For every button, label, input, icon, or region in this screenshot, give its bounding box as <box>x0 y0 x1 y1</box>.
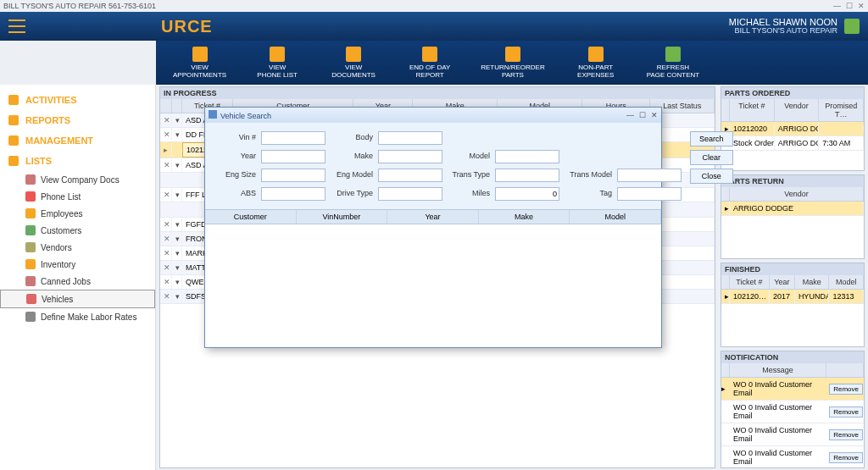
sidebar: ACTIVITIES REPORTS MANAGEMENT LISTS View… <box>0 85 156 470</box>
modal-close-icon[interactable]: ✕ <box>651 111 658 119</box>
modal-grid-body[interactable] <box>205 224 661 347</box>
nav-activities[interactable]: ACTIVITIES <box>0 90 155 110</box>
table-row[interactable]: ▸ARRIGO DODGE <box>721 202 864 216</box>
transmodel-label: Trans Model <box>565 169 612 182</box>
table-row[interactable]: ▸10212020ARRIGO DOD… <box>721 122 864 136</box>
menu-icon[interactable] <box>8 19 25 33</box>
abs-label: ABS <box>214 187 256 201</box>
body-input[interactable] <box>378 131 442 145</box>
finished-title: FINISHED <box>721 263 864 275</box>
sidebar-item-labor-rates[interactable]: Define Make Labor Rates <box>0 308 155 325</box>
vendors-icon <box>25 242 36 252</box>
year-input[interactable] <box>261 150 326 163</box>
sidebar-item-customers[interactable]: Customers <box>0 222 155 239</box>
nav-lists[interactable]: LISTS <box>0 151 155 171</box>
modal-icon <box>209 110 217 119</box>
clear-button[interactable]: Clear <box>690 150 733 165</box>
view-phone-list-button[interactable]: VIEW PHONE LIST <box>252 44 303 81</box>
remove-button[interactable]: Remove <box>829 429 863 440</box>
modal-minimize-icon[interactable]: — <box>626 111 634 119</box>
make-label: Make <box>331 150 373 163</box>
nav-reports[interactable]: REPORTS <box>0 110 155 130</box>
transtype-label: Trans Type <box>448 169 490 182</box>
table-row[interactable]: ▸102120…2017HYUNDAI12313 <box>721 290 864 304</box>
modal-maximize-icon[interactable]: ☐ <box>639 111 646 119</box>
sidebar-item-inventory[interactable]: Inventory <box>0 256 155 273</box>
maximize-icon[interactable]: ☐ <box>846 2 853 10</box>
vehicles-icon <box>26 294 36 304</box>
notification-row[interactable]: WO 0 Invalid Customer EmailRemove <box>721 446 864 467</box>
drivetype-input[interactable] <box>378 187 442 201</box>
minimize-icon[interactable]: — <box>833 2 841 10</box>
sidebar-item-vehicles[interactable]: Vehicles <box>0 290 155 308</box>
transtype-input[interactable] <box>495 169 559 182</box>
miles-label: Miles <box>448 187 490 201</box>
nav-management[interactable]: MANAGEMENT <box>0 130 155 151</box>
view-documents-button[interactable]: VIEW DOCUMENTS <box>328 44 379 81</box>
vehicle-search-modal: Vehicle Search — ☐ ✕ Vin # Body Year <box>204 107 662 348</box>
user-icon[interactable] <box>844 19 860 34</box>
modal-titlebar[interactable]: Vehicle Search — ☐ ✕ <box>205 108 661 123</box>
doc-icon <box>25 174 36 185</box>
notification-title: NOTIFICATION <box>721 351 864 363</box>
refresh-page-button[interactable]: REFRESH PAGE CONTENT <box>647 44 700 81</box>
sidebar-item-vendors[interactable]: Vendors <box>0 239 155 256</box>
lists-icon <box>8 156 19 166</box>
view-appointments-button[interactable]: VIEW APPOINTMENTS <box>173 44 226 81</box>
sidebar-item-canned-jobs[interactable]: Canned Jobs <box>0 273 155 290</box>
refresh-icon <box>665 47 681 62</box>
toolbar: VIEW APPOINTMENTS VIEW PHONE LIST VIEW D… <box>156 41 868 85</box>
remove-button[interactable]: Remove <box>829 384 863 395</box>
modal-title: Vehicle Search <box>220 112 271 120</box>
return-reorder-parts-button[interactable]: RETURN/REORDER PARTS <box>481 44 545 81</box>
make-input[interactable] <box>378 150 442 163</box>
phone-icon <box>25 191 36 202</box>
table-row[interactable]: Stock OrderARRIGO DOD…7:30 AM <box>721 136 864 151</box>
model-input[interactable] <box>495 150 559 163</box>
non-part-expenses-button[interactable]: NON-PART EXPENSES <box>570 44 621 81</box>
phone-icon <box>270 47 285 62</box>
parts-return-panel: PARTS RETURN Vendor ▸ARRIGO DODGE <box>721 174 865 259</box>
abs-input[interactable] <box>261 187 326 201</box>
end-of-day-report-button[interactable]: END OF DAY REPORT <box>404 44 455 81</box>
window-buttons: — ☐ ✕ <box>833 2 865 10</box>
close-icon[interactable]: ✕ <box>858 2 865 10</box>
notification-row[interactable]: WO 0 Invalid Customer EmailRemove <box>721 423 864 446</box>
inventory-icon <box>25 259 36 269</box>
report-icon <box>422 47 437 62</box>
parts-ordered-panel: PARTS ORDERED Ticket #VendorPromised T… … <box>721 86 865 171</box>
remove-button[interactable]: Remove <box>829 452 863 463</box>
os-titlebar: BILL TYSON'S AUTO REPAIR 561-753-6101 — … <box>0 0 868 12</box>
notification-row[interactable]: ▸WO 0 Invalid Customer EmailRemove <box>721 378 864 401</box>
engsize-input[interactable] <box>261 169 326 182</box>
sidebar-item-phone-list[interactable]: Phone List <box>0 188 155 205</box>
labor-rates-icon <box>25 312 36 322</box>
in-progress-panel: IN PROGRESS Ticket # Customer Year Make … <box>159 86 715 468</box>
search-button[interactable]: Search <box>690 131 733 147</box>
engmodel-input[interactable] <box>378 169 442 182</box>
close-button[interactable]: Close <box>690 169 733 184</box>
year-label: Year <box>214 150 256 163</box>
sidebar-item-company-docs[interactable]: View Company Docs <box>0 171 155 188</box>
notification-row[interactable]: WO 0 Invalid Customer EmailRemove <box>721 401 864 423</box>
remove-button[interactable]: Remove <box>829 406 863 417</box>
engmodel-label: Eng Model <box>331 169 373 182</box>
parts-return-title: PARTS RETURN <box>721 175 864 187</box>
miles-input[interactable] <box>495 187 559 201</box>
vin-input[interactable] <box>261 131 326 145</box>
body-label: Body <box>331 131 373 145</box>
window-title: BILL TYSON'S AUTO REPAIR 561-753-6101 <box>3 2 156 10</box>
tag-label: Tag <box>565 187 612 201</box>
employees-icon <box>25 208 36 218</box>
documents-icon <box>346 47 361 62</box>
tag-input[interactable] <box>617 187 682 201</box>
transmodel-input[interactable] <box>617 169 682 182</box>
vin-label: Vin # <box>214 131 256 145</box>
modal-grid-header: CustomerVinNumberYearMakeModel <box>205 209 661 224</box>
parts-ordered-title: PARTS ORDERED <box>721 87 864 99</box>
vehicle-search-form: Vin # Body Year Make Model Eng Size Eng … <box>214 131 682 201</box>
app-header: URCE MICHAEL SHAWN NOON BILL TYSON'S AUT… <box>0 12 868 41</box>
drivetype-label: Drive Type <box>331 187 373 201</box>
sidebar-item-employees[interactable]: Employees <box>0 205 155 222</box>
app-logo: URCE <box>161 17 213 36</box>
